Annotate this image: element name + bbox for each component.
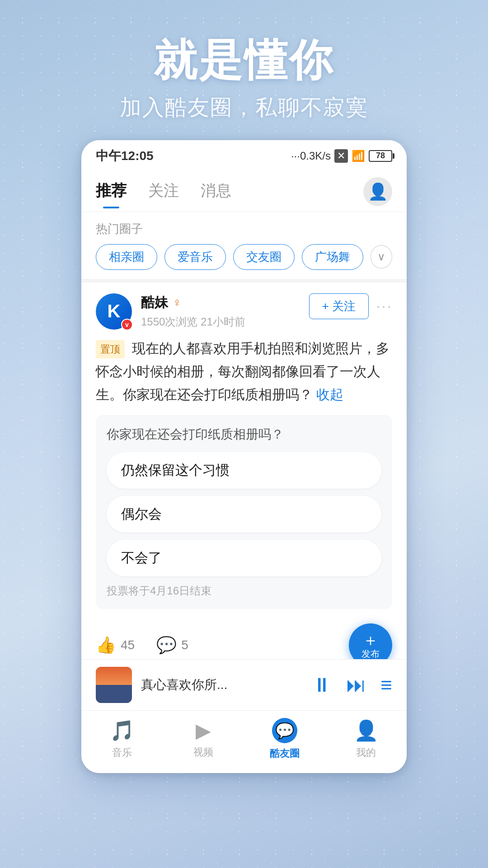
status-bar: 中午12:05 ···0.3K/s ✕ 📶 78 [81, 140, 407, 168]
wifi-icon: 📶 [352, 150, 365, 162]
music-nav-icon: 🎵 [110, 719, 135, 742]
like-button[interactable]: 👍 45 [96, 636, 135, 655]
status-icons: ···0.3K/s ✕ 📶 78 [291, 149, 392, 163]
post-pin-tag: 置顶 [96, 340, 125, 359]
nav-video[interactable]: ▶ 视频 [163, 719, 244, 759]
battery-icon: 78 [369, 150, 392, 162]
poll-section: 你家现在还会打印纸质相册吗？ 仍然保留这个习惯 偶尔会 不会了 投票将于4月16… [96, 415, 392, 609]
post-meta: 酷妹 ♀ 1550次浏览 21小时前 [141, 293, 309, 329]
music-title: 真心喜欢你所... [141, 676, 303, 693]
music-controls: ⏸ ⏭ ≡ [312, 674, 392, 696]
circle-tag-0[interactable]: 相亲圈 [96, 244, 157, 270]
fab-label: 发布 [361, 649, 380, 658]
nav-music-label: 音乐 [112, 746, 132, 760]
publish-fab[interactable]: ＋ 发布 [349, 623, 392, 659]
app-header: 推荐 关注 消息 👤 [81, 168, 407, 212]
comment-icon: 💬 [156, 636, 177, 655]
avatar-vip-badge: v [121, 319, 133, 330]
chevron-down-icon: ∨ [377, 250, 385, 263]
playlist-button[interactable]: ≡ [380, 674, 392, 696]
tab-messages[interactable]: 消息 [201, 180, 231, 208]
next-button[interactable]: ⏭ [346, 674, 366, 696]
poll-option-2[interactable]: 不会了 [107, 540, 381, 576]
gender-icon: ♀ [173, 296, 182, 310]
tab-recommend[interactable]: 推荐 [96, 180, 127, 208]
nav-profile-label: 我的 [356, 746, 376, 760]
post-stats: 1550次浏览 21小时前 [141, 315, 309, 329]
circles-row: 相亲圈 爱音乐 交友圈 广场舞 ∨ [96, 244, 392, 270]
profile-nav-icon: 👤 [354, 719, 379, 742]
music-thumbnail [96, 667, 132, 703]
post-content: 置顶 现在的人都喜欢用手机拍照和浏览照片，多怀念小时候的相册，每次翻阅都像回看了… [96, 337, 392, 406]
thumbs-up-icon: 👍 [96, 636, 116, 655]
video-nav-icon: ▶ [196, 719, 211, 742]
post-card: K v 酷妹 ♀ 1550次浏览 21小时前 [81, 279, 407, 659]
nav-music[interactable]: 🎵 音乐 [81, 719, 163, 760]
post-text: 现在的人都喜欢用手机拍照和浏览照片，多怀念小时候的相册，每次翻阅都像回看了一次人… [96, 341, 389, 402]
signal-text: ···0.3K/s [291, 150, 331, 162]
poll-question: 你家现在还会打印纸质相册吗？ [107, 426, 381, 443]
avatar-letter: K [108, 301, 121, 321]
hot-circles-label: 热门圈子 [96, 221, 392, 237]
post-username-row: 酷妹 ♀ [141, 293, 309, 312]
comment-button[interactable]: 💬 5 [156, 636, 188, 655]
phone-frame: 中午12:05 ···0.3K/s ✕ 📶 78 推荐 关注 消息 👤 热 [81, 140, 407, 773]
like-count: 45 [121, 638, 135, 652]
expand-circles-button[interactable]: ∨ [371, 245, 392, 269]
pause-button[interactable]: ⏸ [312, 674, 332, 696]
nav-profile[interactable]: 👤 我的 [325, 719, 407, 760]
circle-tag-2[interactable]: 交友圈 [233, 244, 295, 270]
hero-subtitle: 加入酷友圈，私聊不寂寞 [18, 93, 470, 122]
hero-title: 就是懂你 [18, 36, 470, 84]
poll-option-1[interactable]: 偶尔会 [107, 496, 381, 533]
post-footer: 👍 45 💬 5 ＋ 发布 [96, 616, 392, 659]
avatar-icon: 👤 [368, 182, 388, 201]
nav-circle-label: 酷友圈 [270, 747, 300, 760]
poll-deadline: 投票将于4月16日结束 [107, 584, 381, 598]
nav-video-label: 视频 [193, 745, 213, 759]
hot-circles-section: 热门圈子 相亲圈 爱音乐 交友圈 广场舞 ∨ [81, 212, 407, 279]
nav-circle[interactable]: 💬 酷友圈 [244, 718, 325, 760]
bottom-nav: 🎵 音乐 ▶ 视频 💬 酷友圈 👤 我的 [81, 710, 407, 773]
avatar[interactable]: 👤 [363, 177, 392, 206]
post-avatar[interactable]: K v [96, 293, 132, 330]
comment-count: 5 [181, 638, 188, 652]
status-time: 中午12:05 [96, 147, 154, 165]
collapse-button[interactable]: 收起 [316, 387, 343, 402]
tab-follow[interactable]: 关注 [148, 180, 179, 208]
follow-button[interactable]: + 关注 [309, 293, 369, 319]
poll-option-0[interactable]: 仍然保留这个习惯 [107, 452, 381, 489]
music-bar: 真心喜欢你所... ⏸ ⏭ ≡ [81, 659, 407, 710]
circle-tag-1[interactable]: 爱音乐 [164, 244, 226, 270]
main-content: 热门圈子 相亲圈 爱音乐 交友圈 广场舞 ∨ K v [81, 212, 407, 659]
circle-nav-icon: 💬 [272, 718, 297, 743]
post-actions: + 关注 ··· [309, 293, 392, 319]
post-header: K v 酷妹 ♀ 1550次浏览 21小时前 [96, 293, 392, 330]
x-icon: ✕ [334, 149, 348, 163]
circle-tag-3[interactable]: 广场舞 [302, 244, 363, 270]
plus-icon: ＋ [362, 632, 379, 648]
more-options-button[interactable]: ··· [376, 297, 392, 316]
post-username: 酷妹 [141, 293, 168, 312]
